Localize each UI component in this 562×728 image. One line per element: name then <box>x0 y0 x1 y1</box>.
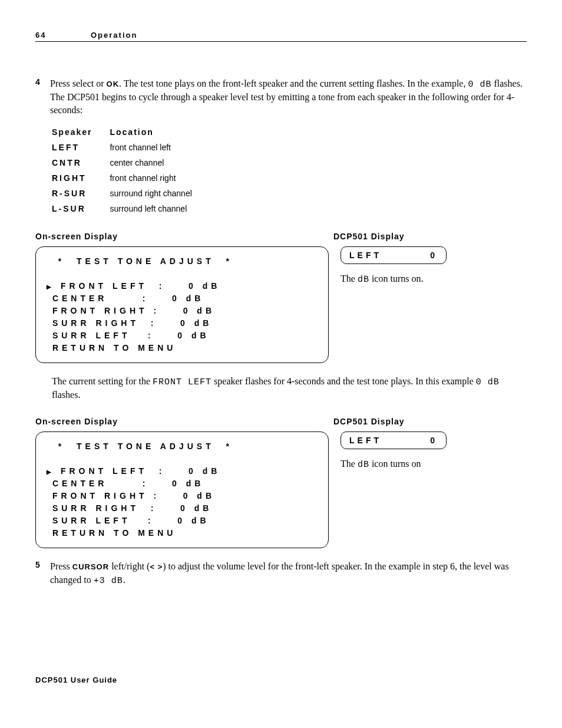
table-row: R-SURsurround right channel <box>52 186 210 201</box>
display-row-1: * TEST TONE ADJUST * ▶ FRONT LEFT : 0 dB… <box>35 246 527 363</box>
page-header: 64 Operation <box>35 29 527 42</box>
display-labels: On-screen Display DCP501 Display <box>35 231 527 242</box>
step-number: 4 <box>35 77 50 117</box>
step-number: 5 <box>35 560 50 587</box>
dcp-caption: The dB icon turns on. <box>340 274 527 285</box>
speaker-table: Speaker Location LEFTfront channel left … <box>52 124 210 216</box>
osd-display: * TEST TONE ADJUST * ▶ FRONT LEFT : 0 dB… <box>35 431 329 548</box>
table-row: L-SURsurround left channel <box>52 201 210 216</box>
footer: DCP501 User Guide <box>35 676 527 684</box>
dcp-display: LEFT 0 <box>340 431 447 449</box>
dcp-caption: The dB icon turns on <box>340 459 527 470</box>
cursor-label: CURSOR <box>72 562 109 571</box>
section-title: Operation <box>91 31 137 39</box>
step-4: 4 Press select or OK. The test tone play… <box>35 77 527 117</box>
display-row-2: * TEST TONE ADJUST * ▶ FRONT LEFT : 0 dB… <box>35 431 527 548</box>
pointer-icon: ▶ <box>47 469 55 475</box>
display-labels-2: On-screen Display DCP501 Display <box>35 416 527 427</box>
osd-display: * TEST TONE ADJUST * ▶ FRONT LEFT : 0 dB… <box>35 246 329 363</box>
step-5: 5 Press CURSOR left/right (< >) to adjus… <box>35 560 527 587</box>
col-location: Location <box>110 124 209 140</box>
page-number: 64 <box>35 31 88 39</box>
pointer-icon: ▶ <box>47 284 55 290</box>
table-row: RIGHTfront channel right <box>52 170 210 186</box>
step-body: Press select or OK. The test tone plays … <box>50 77 527 117</box>
step-body: Press CURSOR left/right (< >) to adjust … <box>50 560 527 587</box>
dcp-display: LEFT 0 <box>340 246 447 264</box>
table-row: CNTRcenter channel <box>52 155 210 170</box>
ok-label: OK <box>107 80 120 88</box>
table-row: LEFTfront channel left <box>52 140 210 155</box>
mid-paragraph: The current setting for the FRONT LEFT s… <box>52 375 527 401</box>
col-speaker: Speaker <box>52 124 110 140</box>
